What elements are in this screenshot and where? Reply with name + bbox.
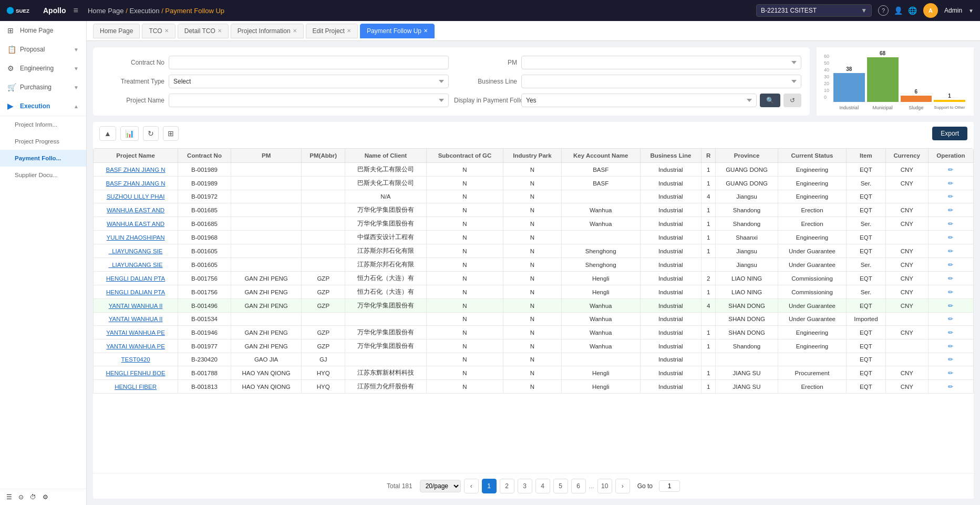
sidebar-history-icon[interactable]: ⏱ xyxy=(30,493,36,501)
project-link[interactable]: YANTAI WANHUA PE xyxy=(106,329,165,336)
prev-page-button[interactable]: ‹ xyxy=(464,479,479,493)
page-2-button[interactable]: 2 xyxy=(500,479,514,493)
page-4-button[interactable]: 4 xyxy=(535,479,550,493)
contract-no-input[interactable] xyxy=(169,56,449,69)
project-link[interactable]: WANHUA EAST AND xyxy=(107,221,164,227)
edit-icon[interactable]: ✏ xyxy=(948,369,953,377)
edit-icon[interactable]: ✏ xyxy=(948,248,953,255)
page-size-select[interactable]: 20/page 50/page xyxy=(420,480,461,492)
project-link[interactable]: BASF ZHAN JIANG N xyxy=(106,167,166,173)
cell-contract-no: B-001813 xyxy=(178,380,231,394)
refresh-button[interactable]: ↻ xyxy=(143,126,159,141)
project-link[interactable]: TEST0420 xyxy=(121,356,150,363)
tab-edit-project[interactable]: Edit Project ✕ xyxy=(306,24,358,38)
edit-icon[interactable]: ✏ xyxy=(948,234,953,241)
cell-status: Under Guarantee xyxy=(778,258,846,272)
edit-icon[interactable]: ✏ xyxy=(948,343,953,350)
project-link[interactable]: WANHUA EAST AND xyxy=(107,207,164,213)
sidebar-item-engineering[interactable]: ⚙ Engineering ▼ xyxy=(0,59,86,78)
pm-select[interactable] xyxy=(521,56,801,69)
project-link[interactable]: HENGLI DALIAN PTA xyxy=(106,275,165,282)
project-link[interactable]: HENGLI FENHU BOE xyxy=(106,370,166,376)
language-icon[interactable]: 🌐 xyxy=(908,6,917,15)
collapse-button[interactable]: ▲ xyxy=(99,126,116,141)
breadcrumb-execution[interactable]: Execution xyxy=(129,7,159,15)
bar-support: 1 xyxy=(934,93,965,102)
project-link[interactable]: HENGLI DALIAN PTA xyxy=(106,289,165,295)
project-name-select[interactable] xyxy=(169,94,449,107)
chart-view-button[interactable]: 📊 xyxy=(120,126,139,141)
project-link[interactable]: YULIN ZHAOSHIPAN xyxy=(107,234,165,241)
edit-icon[interactable]: ✏ xyxy=(948,180,953,187)
tab-home[interactable]: Home Page xyxy=(93,24,140,38)
page-1-button[interactable]: 1 xyxy=(482,479,497,493)
goto-input[interactable] xyxy=(659,480,680,492)
treatment-type-select[interactable]: Select xyxy=(169,75,449,88)
edit-icon[interactable]: ✏ xyxy=(948,220,953,228)
sidebar-item-project-progress[interactable]: Project Progress xyxy=(0,133,86,150)
edit-icon[interactable]: ✏ xyxy=(948,166,953,173)
business-line-select[interactable] xyxy=(521,75,801,88)
edit-icon[interactable]: ✏ xyxy=(948,383,953,390)
sidebar-item-payment-follow[interactable]: Payment Follo... xyxy=(0,150,86,167)
display-payment-select[interactable]: Yes No xyxy=(521,94,757,107)
project-link[interactable]: _LIAYUNGANG SIE xyxy=(109,262,163,268)
tab-payment-follow-up-close[interactable]: ✕ xyxy=(424,28,428,34)
tab-edit-project-close[interactable]: ✕ xyxy=(347,28,351,34)
sidebar-dots-icon[interactable]: ⊙ xyxy=(18,493,24,501)
edit-icon[interactable]: ✏ xyxy=(948,207,953,214)
project-link[interactable]: SUZHOU LILLY PHAI xyxy=(107,193,165,200)
grid-view-button[interactable]: ⊞ xyxy=(163,126,179,141)
breadcrumb-home[interactable]: Home Page xyxy=(88,7,124,15)
project-link[interactable]: YANTAI WANHUA II xyxy=(109,316,163,322)
tab-payment-follow-up[interactable]: Payment Follow Up ✕ xyxy=(360,24,435,38)
project-link[interactable]: HENGLI FIBER xyxy=(115,384,157,390)
edit-icon[interactable]: ✏ xyxy=(948,302,953,310)
tab-detail-tco[interactable]: Detail TCO ✕ xyxy=(178,24,229,38)
edit-icon[interactable]: ✏ xyxy=(948,288,953,296)
sidebar-item-supplier-docu[interactable]: Supplier Docu... xyxy=(0,167,86,183)
admin-label[interactable]: Admin xyxy=(944,7,962,14)
project-link[interactable]: _LIAYUNGANG SIE xyxy=(109,248,163,254)
tab-tco-close[interactable]: ✕ xyxy=(164,28,169,34)
sidebar-item-purchasing[interactable]: 🛒 Purchasing ▼ xyxy=(0,78,86,97)
sidebar-item-home[interactable]: ⊞ Home Page xyxy=(0,21,86,40)
cell-pm: GAN ZHI PENG xyxy=(231,272,301,285)
sidebar-gear-icon[interactable]: ⚙ xyxy=(43,493,48,501)
apollo-label: Apollo xyxy=(43,6,66,15)
page-6-button[interactable]: 6 xyxy=(571,479,586,493)
cell-currency: CNY xyxy=(885,244,928,258)
edit-icon[interactable]: ✏ xyxy=(948,356,953,363)
tab-project-info-close[interactable]: ✕ xyxy=(293,28,297,34)
reset-button[interactable]: ↺ xyxy=(783,94,801,107)
search-button[interactable]: 🔍 xyxy=(760,94,780,107)
project-link[interactable]: YANTAI WANHUA PE xyxy=(106,343,165,349)
edit-icon[interactable]: ✏ xyxy=(948,315,953,323)
page-5-button[interactable]: 5 xyxy=(553,479,568,493)
admin-chevron[interactable]: ▼ xyxy=(968,8,974,14)
project-search[interactable]: B-221231 CSITEST ▼ xyxy=(756,4,872,17)
tab-detail-tco-close[interactable]: ✕ xyxy=(218,28,222,34)
notification-icon[interactable]: 👤 xyxy=(894,6,903,15)
proposal-chevron: ▼ xyxy=(74,47,79,53)
sidebar-item-execution[interactable]: ▶ Execution ▲ xyxy=(0,97,86,116)
sidebar-item-project-inform[interactable]: Project Inform... xyxy=(0,116,86,133)
help-icon[interactable]: ? xyxy=(878,5,889,16)
page-10-button[interactable]: 10 xyxy=(597,479,612,493)
sidebar-list-icon[interactable]: ☰ xyxy=(6,493,12,501)
export-button[interactable]: Export xyxy=(932,127,967,140)
hamburger-icon[interactable]: ≡ xyxy=(74,6,78,15)
edit-icon[interactable]: ✏ xyxy=(948,193,953,200)
tab-tco[interactable]: TCO ✕ xyxy=(142,24,175,38)
project-link[interactable]: YANTAI WANHUA II xyxy=(109,303,163,309)
edit-icon[interactable]: ✏ xyxy=(948,329,953,336)
edit-icon[interactable]: ✏ xyxy=(948,275,953,282)
page-3-button[interactable]: 3 xyxy=(518,479,532,493)
edit-icon[interactable]: ✏ xyxy=(948,261,953,269)
project-link[interactable]: BASF ZHAN JIANG N xyxy=(106,180,166,187)
next-page-button[interactable]: › xyxy=(615,479,630,493)
tab-project-info[interactable]: Project Information ✕ xyxy=(231,24,304,38)
cell-subcontract: N xyxy=(426,353,503,366)
table-row: BASF ZHAN JIANG NB-001989巴斯夫化工有限公司NNBASF… xyxy=(94,177,974,190)
sidebar-item-proposal[interactable]: 📋 Proposal ▼ xyxy=(0,40,86,59)
